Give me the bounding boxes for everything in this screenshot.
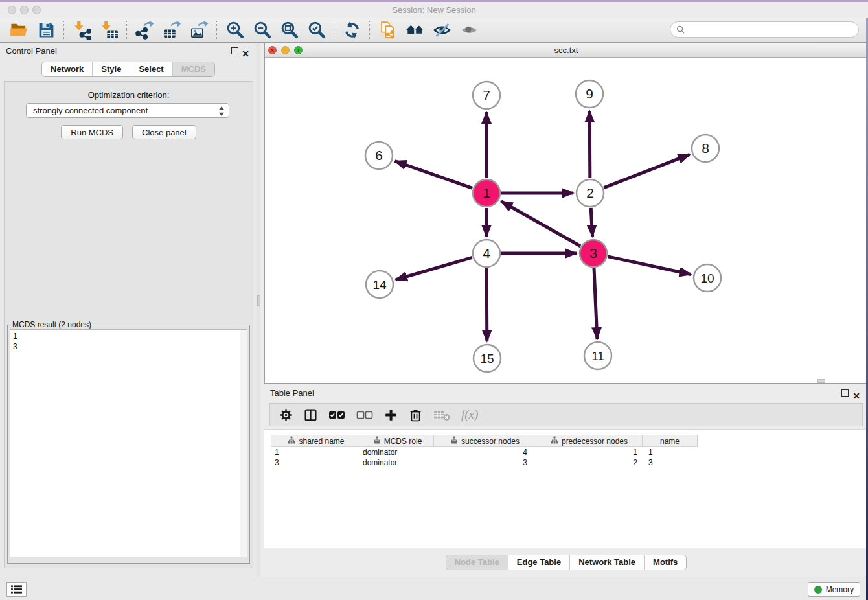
float-table-panel-icon[interactable] [841,389,849,397]
hide-graphics-button[interactable] [428,19,455,41]
export-image-button[interactable] [185,19,212,41]
memory-label: Memory [826,585,854,594]
clone-network-icon [378,21,397,40]
memory-button[interactable]: Memory [808,582,860,597]
zoom-selected-icon [307,21,326,40]
cell[interactable]: 3 [271,457,361,468]
tab-edge-table[interactable]: Edge Table [508,555,569,570]
cell[interactable]: 3 [434,457,536,468]
split-columns-button[interactable] [304,408,317,422]
tab-motifs[interactable]: Motifs [644,555,686,570]
node-label-9: 9 [586,86,593,101]
table-row[interactable]: 3dominator323 [271,457,698,468]
window-resize-grip[interactable] [817,379,825,383]
edge-2-3[interactable] [591,208,592,237]
save-session-button[interactable] [32,19,60,41]
cell[interactable]: 2 [536,457,643,468]
gear-button[interactable] [279,408,293,422]
main-titlebar[interactable]: Session: New Session [0,2,868,18]
zoom-out-button[interactable] [248,19,275,41]
network-canvas[interactable]: 7968124314101511 [265,58,867,383]
search-input[interactable] [688,23,858,36]
edge-3-10[interactable] [608,257,691,275]
column-header-name[interactable]: name [643,435,698,447]
cell[interactable]: 3 [643,457,698,468]
export-network-button[interactable] [131,19,158,41]
close-panel-icon[interactable]: ✕ [242,45,249,62]
import-network-button[interactable] [68,19,95,41]
edge-3-11[interactable] [594,268,597,339]
mcds-result-text[interactable]: 13 [10,329,247,557]
criterion-dropdown[interactable]: strongly connected component [26,103,229,118]
select-all-checks-button[interactable] [328,408,345,422]
search-field[interactable] [670,21,859,38]
table-toolbar: f(x) [269,403,863,426]
zoom-fit-button[interactable] [275,19,303,41]
close-panel-button[interactable]: Close panel [132,125,196,139]
add-row-button[interactable] [384,408,398,422]
network-maximize-button[interactable]: + [294,46,303,54]
column-header-predecessor-nodes[interactable]: predecessor nodes [536,435,643,447]
dropdown-spinner-icon [218,106,225,119]
cell[interactable]: 4 [434,447,536,457]
cell[interactable]: dominator [361,447,434,457]
tab-style[interactable]: Style [92,62,130,76]
splitter-grip[interactable] [257,295,260,306]
edge-2-8[interactable] [604,154,689,187]
table-tabs: Node TableEdge TableNetwork TableMotifs [264,555,868,570]
delete-row-button[interactable] [409,408,422,422]
tab-mcds[interactable]: MCDS [172,62,214,76]
toolbar-separator [126,21,127,40]
deselect-all-checks-button[interactable] [356,408,373,422]
home-view-button[interactable] [401,19,428,41]
panel-splitter[interactable] [257,43,260,577]
export-image-icon [190,21,209,40]
result-scrollbar[interactable] [240,330,247,557]
tab-network[interactable]: Network [42,62,92,76]
column-header-MCDS-role[interactable]: MCDS role [361,435,434,447]
zoom-in-icon [225,21,244,40]
float-panel-icon[interactable] [231,47,238,54]
node-label-8: 8 [702,141,709,156]
tab-node-table[interactable]: Node Table [446,555,508,570]
show-graphics-button[interactable] [455,19,483,41]
column-header-successor-nodes[interactable]: successor nodes [434,435,536,447]
mcds-result-box: MCDS result (2 nodes) 13 [7,320,250,564]
column-header-shared-name[interactable]: shared name [271,435,361,447]
edge-2-9[interactable] [589,111,590,178]
delete-table-button [433,408,450,422]
edge-3-1[interactable] [501,202,580,246]
minimize-window-button[interactable] [20,6,29,14]
import-table-button[interactable] [95,19,122,41]
cell[interactable]: 1 [643,447,698,457]
export-table-button[interactable] [158,19,185,41]
cell[interactable]: 1 [536,447,643,457]
control-panel-tabs: NetworkStyleSelectMCDS [0,62,257,77]
network-window-titlebar[interactable]: ✕ − + scc.txt [265,43,867,58]
network-minimize-button[interactable]: − [281,46,290,54]
cell[interactable]: 1 [271,447,361,457]
refresh-icon [343,21,361,40]
node-label-2: 2 [586,185,594,200]
tab-network-table[interactable]: Network Table [569,555,644,570]
node-label-10: 10 [700,271,714,285]
close-table-panel-icon[interactable]: ✕ [852,387,860,404]
edge-4-14[interactable] [396,257,472,279]
refresh-button[interactable] [338,19,365,41]
network-close-button[interactable]: ✕ [268,46,277,54]
run-mcds-button[interactable]: Run MCDS [61,125,123,139]
zoom-selected-button[interactable] [303,19,330,41]
zoom-in-button[interactable] [221,19,248,41]
edge-1-6[interactable] [395,161,473,189]
optimization-criterion-label: Optimization criterion: [5,90,253,100]
edge-4-15[interactable] [486,268,487,341]
zoom-window-button[interactable] [32,6,41,14]
close-window-button[interactable] [8,6,16,14]
open-session-button[interactable] [5,19,32,41]
show-panels-button[interactable] [6,582,27,597]
tab-select[interactable]: Select [130,62,172,76]
cell[interactable]: dominator [361,457,434,468]
table-row[interactable]: 1dominator411 [271,447,698,457]
clone-network-button[interactable] [374,19,401,41]
table-header-row: shared nameMCDS rolesuccessor nodesprede… [271,435,698,447]
